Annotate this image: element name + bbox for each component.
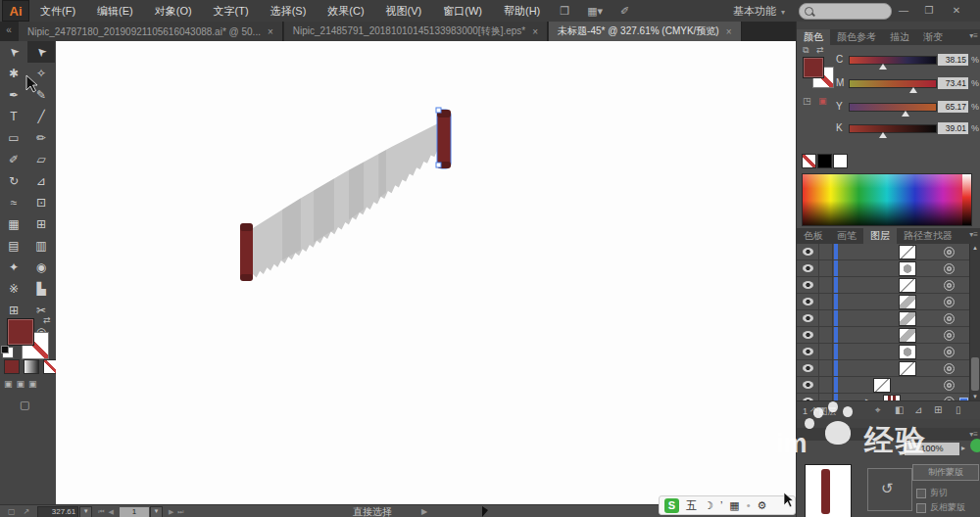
moon-icon[interactable]: ☽ — [704, 499, 713, 512]
menu-object[interactable]: 对象(O) — [144, 0, 203, 22]
tool-blend[interactable]: ◉ — [27, 257, 55, 278]
artboard-canvas[interactable] — [56, 41, 796, 504]
dot-icon[interactable]: • — [747, 499, 751, 511]
opacity-dropdown-icon[interactable]: ▸ — [961, 444, 965, 452]
visibility-eye-icon[interactable] — [803, 264, 813, 272]
tab-layers[interactable]: 图层 — [863, 228, 897, 244]
target-icon[interactable] — [944, 263, 955, 274]
tool-symbol-sprayer[interactable]: ※ — [0, 278, 27, 300]
tool-pencil[interactable]: ✐ — [0, 149, 27, 170]
none-swatch[interactable] — [802, 154, 816, 168]
menu-view[interactable]: 视图(V) — [375, 0, 433, 22]
color-spectrum[interactable] — [802, 173, 972, 226]
fill-swatch[interactable] — [7, 318, 34, 346]
status-arrow-icon[interactable]: ▶ — [421, 507, 427, 516]
tool-eraser[interactable]: ▱ — [27, 149, 55, 170]
saw-left-handle[interactable] — [240, 223, 253, 281]
scroll-down-icon[interactable]: ▼ — [970, 394, 980, 400]
artboard-dropdown[interactable]: ▼ — [150, 506, 163, 517]
saw-illustration[interactable] — [56, 41, 796, 504]
saw-blade[interactable] — [253, 123, 438, 277]
white-swatch[interactable] — [833, 154, 848, 168]
cyan-value-field[interactable]: 38.15 — [938, 54, 968, 66]
tool-line[interactable]: ╱ — [27, 106, 55, 127]
arrange-documents-icon[interactable]: ▦▾ — [578, 5, 612, 18]
slider-thumb[interactable] — [902, 111, 909, 117]
tool-type[interactable]: T — [0, 106, 27, 127]
artboard-next-buttons[interactable]: ▶ ⏭ — [169, 508, 185, 516]
value-strip[interactable] — [962, 174, 971, 225]
panel-fill-swatch[interactable] — [803, 57, 824, 78]
target-icon[interactable] — [944, 330, 955, 341]
target-icon[interactable] — [944, 363, 955, 374]
saw-right-handle-selected[interactable] — [436, 108, 451, 168]
panel-menu-icon[interactable]: ▾≡ — [969, 31, 978, 40]
yellow-value-field[interactable]: 65.17 — [938, 101, 968, 113]
close-icon[interactable]: × — [268, 26, 273, 37]
zoom-dropdown[interactable]: ▼ — [79, 506, 92, 517]
tool-shape-builder[interactable]: ▦ — [0, 213, 27, 235]
menu-help[interactable]: 帮助(H) — [493, 0, 551, 22]
tab-color-guide[interactable]: 颜色参考 — [830, 29, 883, 45]
visibility-eye-icon[interactable] — [803, 248, 813, 256]
panel-menu-icon[interactable]: ▾≡ — [969, 430, 978, 439]
slider-thumb[interactable] — [879, 64, 887, 70]
tool-paintbrush[interactable]: ✏ — [27, 127, 55, 149]
restore-button[interactable]: ❐ — [917, 0, 941, 22]
target-icon[interactable] — [944, 380, 955, 391]
target-icon[interactable] — [944, 347, 955, 357]
default-fill-stroke-icon[interactable] — [2, 347, 14, 358]
opacity-field[interactable]: 100% — [905, 443, 959, 455]
layer-row[interactable] — [797, 310, 980, 327]
cyan-slider[interactable] — [849, 56, 937, 65]
slider-thumb[interactable] — [879, 132, 887, 138]
tab-color[interactable]: 颜色 — [797, 29, 830, 45]
layer-row[interactable] — [797, 360, 980, 377]
visibility-eye-icon[interactable] — [803, 314, 813, 322]
selection-anchor[interactable] — [436, 108, 441, 113]
target-icon[interactable] — [944, 247, 955, 258]
layer-row[interactable] — [797, 244, 980, 260]
tool-scale[interactable]: ⊿ — [27, 170, 55, 192]
make-mask-button[interactable]: 制作蒙版 — [912, 464, 979, 481]
layers-scrollbar[interactable]: ▲ ▼ — [969, 244, 980, 400]
magenta-slider[interactable] — [849, 79, 937, 88]
zoom-level-field[interactable]: 327.61 — [37, 506, 78, 517]
punctuation-icon[interactable]: ’ — [720, 499, 722, 511]
visibility-eye-icon[interactable] — [803, 364, 813, 372]
color-mode-button[interactable] — [4, 359, 20, 374]
close-icon[interactable]: × — [726, 26, 732, 37]
tab-overflow-icon[interactable]: « — [0, 22, 18, 41]
tool-magic-wand[interactable]: ✱ — [0, 63, 27, 84]
panel-menu-icon[interactable]: ▾≡ — [969, 230, 978, 239]
layer-row[interactable] — [797, 344, 980, 360]
go-to-icon[interactable]: ↗ — [24, 507, 30, 516]
tool-rectangle[interactable]: ▭ — [0, 127, 27, 149]
black-value-field[interactable]: 39.01 — [938, 122, 968, 134]
checkbox-icon[interactable] — [916, 503, 926, 513]
tool-mesh[interactable]: ▤ — [0, 235, 27, 257]
cs-live-icon[interactable]: ✐ — [612, 5, 638, 18]
tool-gradient[interactable]: ▥ — [27, 235, 55, 257]
tool-graph[interactable]: ▙ — [27, 278, 55, 300]
target-icon[interactable] — [944, 297, 955, 307]
tool-direct-selection[interactable]: ➤ — [27, 41, 55, 63]
artboard-number-field[interactable]: 1 — [120, 507, 149, 517]
sogou-logo[interactable]: S — [664, 498, 679, 513]
tool-free-transform[interactable]: ⊡ — [27, 192, 55, 213]
tab-stroke[interactable]: 描边 — [883, 29, 916, 45]
checkbox-icon[interactable] — [916, 489, 926, 498]
invert-mask-checkbox[interactable]: 反相蒙版 — [916, 501, 965, 514]
tab-swatches[interactable]: 色板 — [797, 228, 830, 244]
menu-file[interactable]: 文件(F) — [29, 0, 86, 22]
close-icon[interactable]: × — [532, 26, 538, 37]
black-swatch[interactable] — [817, 154, 832, 168]
magenta-value-field[interactable]: 73.41 — [938, 77, 968, 89]
visibility-eye-icon[interactable] — [803, 348, 813, 355]
layer-row[interactable] — [797, 377, 980, 394]
clip-checkbox[interactable]: 剪切 — [916, 487, 948, 499]
black-slider[interactable] — [849, 124, 937, 133]
ime-mode-label[interactable]: 五 — [686, 498, 697, 513]
visibility-eye-icon[interactable] — [803, 331, 813, 339]
scrollbar-thumb[interactable] — [971, 357, 979, 391]
